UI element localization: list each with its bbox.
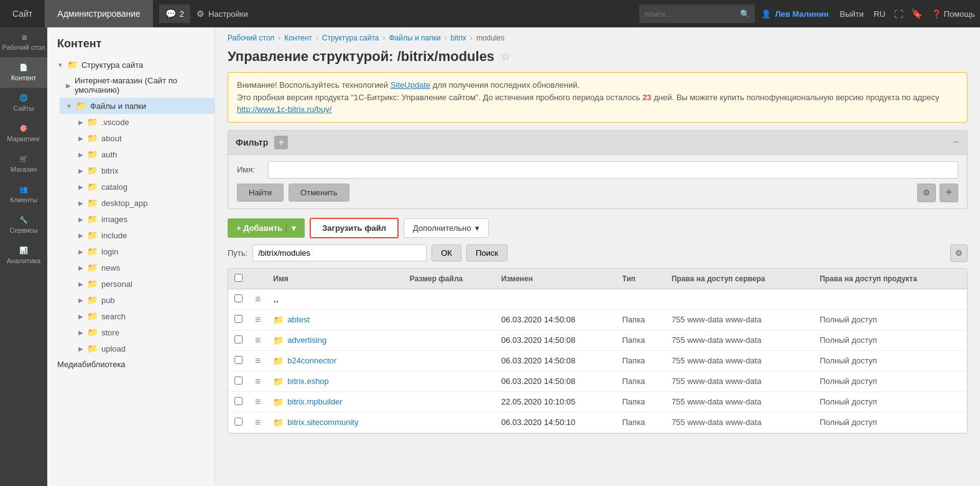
row-checkbox[interactable] [234, 315, 243, 323]
help-btn[interactable]: ❓ Помощь [927, 9, 980, 19]
row-checkbox[interactable] [234, 397, 243, 405]
row-menu-icon[interactable]: ≡ [255, 355, 261, 366]
shop-icon: 🛒 [19, 155, 28, 163]
sidebar-item-analytics[interactable]: 📊 Аналитика [0, 240, 47, 271]
row-menu-icon[interactable]: ≡ [255, 417, 261, 428]
filter-plus-button[interactable]: + [940, 184, 958, 202]
nav-item-news[interactable]: ▶📁news [72, 259, 215, 276]
bookmark-icon[interactable]: 🔖 [907, 8, 927, 19]
nav-item-auth[interactable]: ▶📁auth [72, 146, 215, 162]
more-button[interactable]: Дополнительно ▾ [404, 218, 489, 238]
arrow-right-icon: ▶ [78, 264, 83, 271]
row-name-cell: 📁bitrix.sitecommunity [267, 412, 403, 432]
add-button[interactable]: + Добавить ▾ [228, 218, 305, 238]
row-size-cell [404, 330, 495, 350]
nav-item-about[interactable]: ▶📁about [72, 130, 215, 146]
folder-link[interactable]: 📁advertising [273, 335, 397, 345]
filter-minimize-button[interactable]: − [953, 136, 959, 149]
nav-item-store[interactable]: ▶📁store [72, 324, 215, 340]
logout-btn[interactable]: Выйти [835, 9, 869, 19]
upload-button[interactable]: Загрузить файл [310, 218, 399, 238]
row-menu-icon[interactable]: ≡ [255, 335, 261, 345]
path-input[interactable] [252, 245, 427, 261]
filter-header: Фильтр + − [228, 131, 967, 155]
breadcrumb-modules: modules [476, 34, 504, 42]
sidebar-item-marketing[interactable]: 🎯 Маркетинг [0, 118, 47, 149]
path-gear-button[interactable]: ⚙ [950, 245, 968, 262]
nav-item-vscode[interactable]: ▶📁.vscode [72, 114, 215, 130]
row-menu-icon[interactable]: ≡ [255, 376, 261, 386]
header-name: Имя [267, 269, 403, 289]
row-checkbox[interactable] [234, 418, 243, 426]
sidebar-item-services[interactable]: 🔧 Сервисы [0, 210, 47, 240]
nav-item-include[interactable]: ▶📁include [72, 227, 215, 243]
row-modified-cell [495, 289, 616, 309]
path-search-button[interactable]: Поиск [466, 245, 507, 261]
search-input[interactable] [644, 9, 737, 19]
sidebar-item-shop[interactable]: 🛒 Магазин [0, 149, 47, 179]
nav-item-login[interactable]: ▶📁login [72, 243, 215, 259]
folder-icon: 📁 [87, 311, 98, 321]
sidebar-item-sites[interactable]: 🌐 Сайты [0, 88, 47, 118]
lang-btn[interactable]: RU [869, 9, 890, 19]
site-tab[interactable]: Сайт [0, 0, 45, 27]
filter-cancel-button[interactable]: Отменить [289, 184, 349, 202]
settings-btn[interactable]: ⚙ Настройки [196, 9, 248, 19]
breadcrumb-desktop[interactable]: Рабочий стол [228, 34, 274, 42]
row-server-rights-cell: 755 www-data www-data [665, 330, 813, 350]
row-server-rights-cell: 755 www-data www-data [665, 350, 813, 371]
nav-item-catalog[interactable]: ▶📁catalog [72, 179, 215, 195]
row-checkbox[interactable] [234, 376, 243, 385]
buy-link[interactable]: http://www.1c-bitrix.ru/buy/ [237, 105, 331, 114]
nav-item-search[interactable]: ▶📁search [72, 308, 215, 324]
nav-item-personal[interactable]: ▶📁personal [72, 276, 215, 292]
folder-icon: 📁 [87, 166, 98, 175]
nav-item-upload[interactable]: ▶📁upload [72, 340, 215, 357]
folder-link[interactable]: 📁abtest [273, 315, 397, 325]
filter-gear-button[interactable]: ⚙ [917, 184, 936, 202]
row-menu-icon[interactable]: ≡ [255, 314, 261, 325]
row-checkbox[interactable] [234, 294, 243, 302]
filter-add-button[interactable]: + [274, 136, 288, 149]
parent-dir-link[interactable]: .. [273, 294, 279, 304]
row-menu-icon[interactable]: ≡ [255, 294, 261, 304]
row-checkbox[interactable] [234, 335, 243, 343]
nav-item-pub[interactable]: ▶📁pub [72, 292, 215, 308]
notifications-btn[interactable]: 💬 2 [159, 4, 190, 23]
fullscreen-icon[interactable]: ⛶ [890, 9, 907, 19]
nav-item-online-shop[interactable]: ▶ Интернет-магазин (Сайт по умолчанию) [60, 73, 215, 98]
arrow-right-icon: ▶ [78, 200, 83, 207]
nav-item-media[interactable]: Медиабиблиотека [47, 357, 215, 372]
row-server-rights-cell: 755 www-data www-data [665, 371, 813, 391]
nav-item-bitrix[interactable]: ▶📁bitrix [72, 162, 215, 179]
breadcrumb-files[interactable]: Файлы и папки [389, 34, 440, 42]
nav-item-desktop-app[interactable]: ▶📁desktop_app [72, 195, 215, 211]
folder-link[interactable]: 📁b24connector [273, 356, 397, 366]
nav-item-files-folders[interactable]: ▼ 📁 Файлы и папки [60, 98, 215, 114]
file-table: Имя Размер файла Изменен Тип Права на до… [228, 269, 967, 433]
nav-item-images[interactable]: ▶📁images [72, 211, 215, 227]
sidebar-item-desktop[interactable]: 🖥 Рабочий стол [0, 27, 47, 57]
breadcrumb-content[interactable]: Контент [284, 34, 312, 42]
folder-link[interactable]: 📁bitrix.sitecommunity [273, 418, 397, 428]
siteupdate-link[interactable]: SiteUpdate [391, 80, 430, 90]
filter-find-button[interactable]: Найти [237, 184, 284, 202]
row-menu-icon[interactable]: ≡ [255, 396, 261, 407]
header-type: Тип [616, 269, 665, 289]
add-dropdown-arrow[interactable]: ▾ [286, 223, 296, 233]
breadcrumb-structure[interactable]: Структура сайта [322, 34, 379, 42]
admin-tab[interactable]: Администрирование [45, 0, 153, 27]
sidebar-item-clients[interactable]: 👥 Клиенты [0, 179, 47, 210]
path-ok-button[interactable]: ОК [432, 245, 461, 261]
sidebar-item-content[interactable]: 📄 Контент [0, 57, 47, 88]
row-checkbox-cell [228, 330, 249, 350]
folder-link[interactable]: 📁bitrix.mpbuilder [273, 397, 397, 407]
row-checkbox[interactable] [234, 356, 243, 364]
select-all-checkbox[interactable] [234, 274, 243, 282]
filter-name-input[interactable] [268, 161, 958, 179]
nav-item-site-structure[interactable]: ▼ 📁 Структура сайта [47, 57, 215, 73]
folder-link[interactable]: 📁bitrix.eshop [273, 376, 397, 386]
table-row: ≡ 📁bitrix.mpbuilder 22.05.2020 10:10:05 … [228, 391, 967, 412]
breadcrumb-bitrix[interactable]: bitrix [451, 34, 466, 42]
star-icon[interactable]: ☆ [501, 50, 511, 63]
